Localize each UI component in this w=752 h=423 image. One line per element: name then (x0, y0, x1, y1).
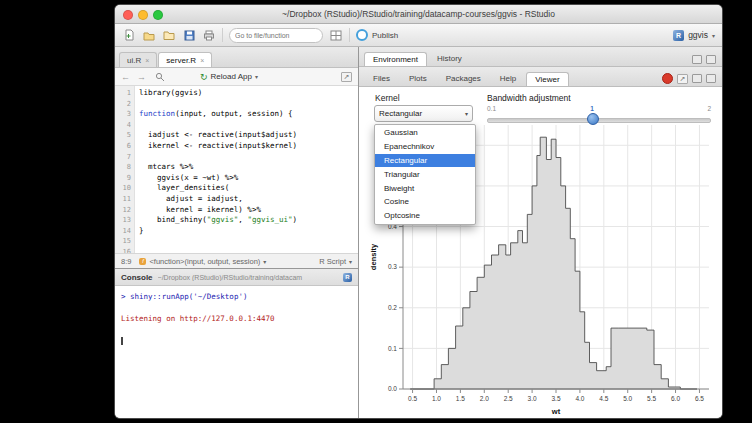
bandwidth-label: Bandwidth adjustment (487, 93, 571, 103)
kernel-option[interactable]: Rectangular (375, 154, 475, 168)
left-column: ui.R × server.R × ← → (115, 47, 359, 418)
open-in-new-window-icon[interactable]: ↗ (677, 74, 688, 84)
code-line: bind_shiny("ggvis", "ggvis_ui") (139, 215, 358, 226)
new-project-icon[interactable] (142, 28, 156, 42)
tab-label: Packages (446, 74, 481, 83)
svg-text:4.0: 4.0 (575, 395, 584, 402)
r-project-icon: R (673, 30, 684, 41)
tab-ui-r[interactable]: ui.R × (119, 52, 157, 67)
screen: ~/Dropbox (RStudio)/RStudio/training/dat… (0, 0, 752, 423)
code-line (139, 120, 358, 131)
svg-text:0.3: 0.3 (388, 263, 397, 270)
maximize-pane-icon[interactable] (706, 74, 716, 83)
code-line (139, 99, 358, 110)
tab-label: Files (373, 74, 390, 83)
tab-history[interactable]: History (428, 51, 471, 66)
console-header[interactable]: Console ~/Dropbox (RStudio)/RStudio/trai… (115, 269, 358, 286)
editor-tab-bar: ui.R × server.R × (115, 47, 358, 68)
tab-files[interactable]: Files (364, 71, 399, 86)
main-area: ui.R × server.R × ← → (115, 47, 722, 418)
code-area[interactable]: 12345678910111213141516 library(ggvis)fu… (115, 86, 358, 253)
editor-gutter: 12345678910111213141516 (115, 86, 135, 253)
kernel-dropdown[interactable]: GaussianEpanechnikovRectangularTriangula… (374, 124, 476, 225)
stop-app-button[interactable] (662, 73, 673, 84)
tab-viewer[interactable]: Viewer (526, 72, 568, 86)
document-type-selector[interactable]: R Script ▾ (319, 257, 352, 266)
minimize-pane-icon[interactable] (692, 55, 702, 64)
console-working-directory: ~/Dropbox (RStudio)/RStudio/training/dat… (158, 274, 338, 281)
maximize-pane-icon[interactable] (706, 55, 716, 64)
forward-icon[interactable]: → (137, 72, 146, 82)
project-selector[interactable]: R ggvis ▾ (673, 30, 715, 41)
publish-icon (356, 29, 368, 41)
workspace-panes-icon[interactable] (329, 28, 343, 42)
code-line (139, 152, 358, 163)
kernel-option[interactable]: Biweight (375, 181, 475, 195)
goto-file-function-input[interactable] (229, 28, 323, 43)
chevron-down-icon: ▾ (255, 73, 258, 80)
tab-label: Environment (373, 55, 418, 64)
zoom-window-button[interactable] (153, 10, 163, 20)
kernel-option[interactable]: Optcosine (375, 209, 475, 223)
tab-label: server.R (166, 56, 196, 65)
close-tab-icon[interactable]: × (200, 57, 204, 64)
back-icon[interactable]: ← (121, 72, 130, 82)
open-file-icon[interactable] (162, 28, 176, 42)
r-session-icon: R (343, 273, 352, 282)
svg-text:0.0: 0.0 (388, 385, 397, 392)
console-cursor (121, 337, 123, 345)
reload-label: Reload App (211, 72, 252, 81)
toolbar-separator (349, 28, 350, 42)
save-icon[interactable] (182, 28, 196, 42)
new-file-icon[interactable] (122, 28, 136, 42)
publish-label: Publish (372, 31, 398, 40)
chevron-down-icon: ▾ (465, 110, 468, 117)
minimize-window-button[interactable] (138, 10, 148, 20)
svg-text:3.5: 3.5 (551, 395, 560, 402)
slider-value-label: 1 (590, 105, 594, 112)
svg-text:4.5: 4.5 (599, 395, 608, 402)
traffic-lights (123, 10, 163, 20)
print-icon[interactable] (202, 28, 216, 42)
rstudio-window: ~/Dropbox (RStudio)/RStudio/training/dat… (115, 5, 722, 418)
console-output[interactable]: > shiny::runApp('~/Desktop') Listening o… (115, 286, 358, 418)
minimize-pane-icon[interactable] (692, 74, 702, 83)
close-window-button[interactable] (123, 10, 133, 20)
environment-pane-header: Environment History (359, 47, 722, 67)
svg-text:0.1: 0.1 (388, 345, 397, 352)
tab-plots[interactable]: Plots (400, 71, 436, 86)
tab-server-r[interactable]: server.R × (158, 52, 212, 67)
code-line: library(ggvis) (139, 88, 358, 99)
kernel-option[interactable]: Epanechnikov (375, 140, 475, 154)
viewer-content: Kernel Rectangular ▾ GaussianEpanechniko… (359, 87, 722, 418)
tab-packages[interactable]: Packages (437, 71, 490, 86)
tab-environment[interactable]: Environment (364, 52, 427, 66)
chevron-down-icon: ▾ (349, 258, 352, 265)
code-line: mtcars %>% (139, 162, 358, 173)
close-tab-icon[interactable]: × (145, 57, 149, 64)
svg-text:6.5: 6.5 (695, 395, 704, 402)
svg-text:3.0: 3.0 (528, 395, 537, 402)
kernel-option[interactable]: Gaussian (375, 126, 475, 140)
code-line: adjust = iadjust, (139, 194, 358, 205)
kernel-option[interactable]: Cosine (375, 195, 475, 209)
svg-text:2.0: 2.0 (480, 395, 489, 402)
tab-help[interactable]: Help (491, 71, 525, 86)
reload-app-button[interactable]: ↻ Reload App ▾ (200, 72, 258, 82)
popout-source-icon[interactable]: ↗ (341, 72, 352, 82)
magnifier-icon[interactable] (153, 70, 167, 84)
scope-selector[interactable]: f <function>(input, output, session) ▾ (139, 257, 266, 266)
svg-text:1.0: 1.0 (432, 395, 441, 402)
function-scope-icon: f (139, 258, 146, 265)
publish-button[interactable]: Publish (356, 29, 398, 41)
svg-text:6.0: 6.0 (671, 395, 680, 402)
viewer-pane-header: Files Plots Packages Help Viewer ↗ (359, 67, 722, 87)
editor-status-bar: 8:9 f <function>(input, output, session)… (115, 253, 358, 268)
svg-text:0.2: 0.2 (388, 304, 397, 311)
kernel-option[interactable]: Triangular (375, 167, 475, 181)
tab-label: Plots (409, 74, 427, 83)
console-line: Listening on http://127.0.0.1:4470 (121, 313, 352, 324)
code-line: ikernel <- reactive(input$kernel) (139, 141, 358, 152)
reload-icon: ↻ (200, 72, 208, 82)
svg-text:1.5: 1.5 (456, 395, 465, 402)
